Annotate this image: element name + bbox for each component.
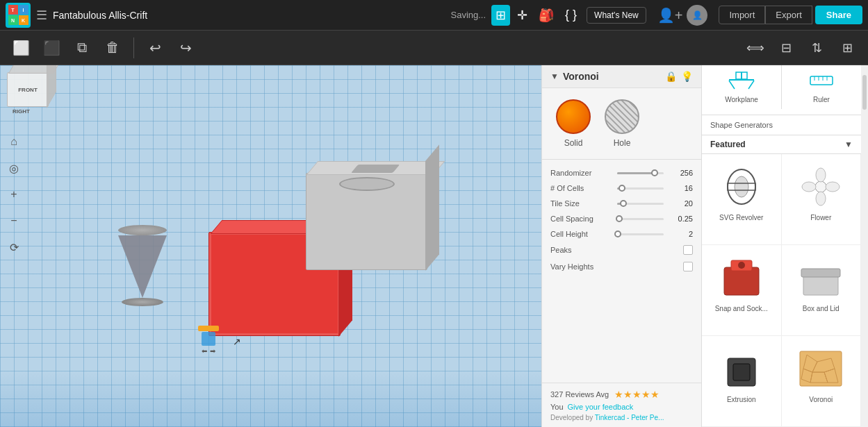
shape-item-0[interactable]: SVG Revolver <box>702 154 782 245</box>
slider-track-4[interactable] <box>617 233 664 235</box>
new-copy-button[interactable]: ⬛ <box>39 35 64 60</box>
grey-box-right <box>425 144 439 271</box>
shape-name-2: Snap and Sock... <box>715 305 768 312</box>
new-object-button[interactable]: ⬜ <box>8 35 33 60</box>
grey-box-opening <box>339 177 395 191</box>
shapes-grid: SVG Revolver Flower Snap and Sock... Box… <box>702 154 861 427</box>
right-scrollbar[interactable] <box>861 65 868 427</box>
workplane-icon <box>728 71 755 94</box>
align-button[interactable]: ⊟ <box>773 35 799 60</box>
shape-item-2[interactable]: Snap and Sock... <box>702 245 782 336</box>
logo-t: T <box>8 5 18 15</box>
shape-name-5: Voronoi <box>809 396 833 403</box>
slider-label-2: Tile Size <box>550 199 613 208</box>
connector-body <box>202 332 215 346</box>
checkbox-1[interactable] <box>683 262 693 271</box>
solid-label: Solid <box>564 138 583 148</box>
voronoi-cone-object <box>118 225 167 306</box>
ruler-label: Ruler <box>813 96 830 103</box>
panel-lock-button[interactable]: 🔒 <box>665 71 677 82</box>
slider-track-0[interactable] <box>617 172 664 174</box>
orbit-button[interactable]: ⟳ <box>3 236 25 258</box>
featured-selector: Featured ▼ <box>702 135 861 154</box>
slider-track-1[interactable] <box>617 187 664 190</box>
connector-top <box>198 326 219 331</box>
checkbox-label-1: Vary Heights <box>550 262 679 271</box>
add-user-icon[interactable]: 👤+ <box>657 7 683 24</box>
developed-link[interactable]: Tinkercad - Peter Pe... <box>595 414 664 421</box>
slider-thumb-1[interactable] <box>619 185 625 192</box>
view-controls: ⌂ ◎ + − ⟳ <box>0 128 28 261</box>
you-label: You <box>550 403 564 411</box>
panel-header: ▼ Voronoi 🔒 💡 <box>542 65 701 88</box>
slider-thumb-2[interactable] <box>620 200 627 207</box>
developed-label: Developed by <box>550 414 593 421</box>
reviews-row: 327 Reviews Avg ★★★★★ <box>550 389 693 400</box>
whats-new-button[interactable]: What's New <box>587 7 646 24</box>
group-button[interactable]: ⧉ <box>69 35 95 60</box>
shape-thumb-2 <box>714 253 769 302</box>
shape-name-0: SVG Revolver <box>719 214 763 221</box>
scrollbar-thumb <box>862 75 867 110</box>
slider-value-4: 2 <box>668 230 693 238</box>
cone-top <box>118 225 167 235</box>
panel-info-button[interactable]: 💡 <box>681 71 693 82</box>
slider-thumb-4[interactable] <box>614 231 621 237</box>
shape-item-5[interactable]: Voronoi <box>782 336 862 427</box>
feedback-link[interactable]: Give your feedback <box>568 403 634 411</box>
panel-collapse-button[interactable]: ▼ <box>550 72 559 81</box>
ruler-tool[interactable]: Ruler <box>782 65 861 109</box>
shape-item-1[interactable]: Flower <box>782 154 862 245</box>
solid-option[interactable]: Solid <box>556 99 591 148</box>
fit-view-button[interactable]: ◎ <box>3 157 25 179</box>
hole-label: Hole <box>614 138 631 148</box>
checkbox-0[interactable] <box>683 245 693 255</box>
user-section: 👤+ 👤 <box>657 5 708 26</box>
right-panel-wrapper: Workplane Ruler <box>701 65 868 427</box>
reviews-section: 327 Reviews Avg ★★★★★ You Give your feed… <box>542 383 701 427</box>
crosshair-button[interactable]: ✛ <box>513 5 532 26</box>
you-row: You Give your feedback <box>550 403 693 411</box>
zoom-in-button[interactable]: + <box>3 183 25 206</box>
shape-item-4[interactable]: Extrusion <box>702 336 782 427</box>
canvas-area[interactable]: FRONT RIGHT ⌂ ◎ + − ⟳ <box>0 65 541 427</box>
workplane-tool[interactable]: Workplane <box>702 65 782 109</box>
undo-button[interactable]: ↩ <box>142 35 167 60</box>
checkboxes-container: Peaks Vary Heights <box>542 242 701 275</box>
move-button[interactable]: ⊞ <box>835 35 860 60</box>
bag-button[interactable]: 🎒 <box>534 5 558 26</box>
document-icon[interactable]: ☰ <box>36 8 47 23</box>
redo-button[interactable]: ↪ <box>173 35 198 60</box>
hole-option[interactable]: Hole <box>605 99 639 148</box>
slider-label-4: Cell Height <box>550 230 613 238</box>
zoom-out-button[interactable]: − <box>3 210 25 232</box>
grid-view-button[interactable]: ⊞ <box>491 5 510 26</box>
panel-icons: 🔒 💡 <box>665 71 693 82</box>
cone-base <box>122 298 163 306</box>
home-view-button[interactable]: ⌂ <box>3 131 25 153</box>
import-button[interactable]: Import <box>719 6 765 24</box>
share-button[interactable]: Share <box>815 6 862 24</box>
logo-i: I <box>19 5 28 15</box>
shape-gen-header: Shape Generators <box>702 115 861 135</box>
code-button[interactable]: { } <box>561 5 581 25</box>
slider-track-2[interactable] <box>617 203 664 205</box>
slider-thumb-3[interactable] <box>616 215 623 222</box>
view-cube[interactable]: FRONT RIGHT <box>7 72 63 121</box>
mirror-button[interactable]: ⟺ <box>743 35 768 60</box>
flip-button[interactable]: ⇅ <box>804 35 829 60</box>
shape-thumb-1 <box>793 162 849 211</box>
solid-circle <box>556 99 591 134</box>
export-button[interactable]: Export <box>765 6 812 24</box>
logo[interactable]: T I N K <box>6 3 31 28</box>
featured-dropdown-button[interactable]: ▼ <box>844 140 853 149</box>
slider-track-3[interactable] <box>617 218 664 220</box>
featured-title: Featured <box>710 140 844 149</box>
shape-item-3[interactable]: Box and Lid <box>782 245 862 336</box>
grey-box-object <box>306 173 427 270</box>
delete-button[interactable]: 🗑 <box>100 35 125 60</box>
slider-thumb-0[interactable] <box>651 169 658 176</box>
user-avatar[interactable]: 👤 <box>687 5 707 26</box>
header: T I N K ☰ Fantabulous Allis-Crift Saving… <box>0 0 868 31</box>
checkbox-row-1: Vary Heights <box>542 258 701 275</box>
